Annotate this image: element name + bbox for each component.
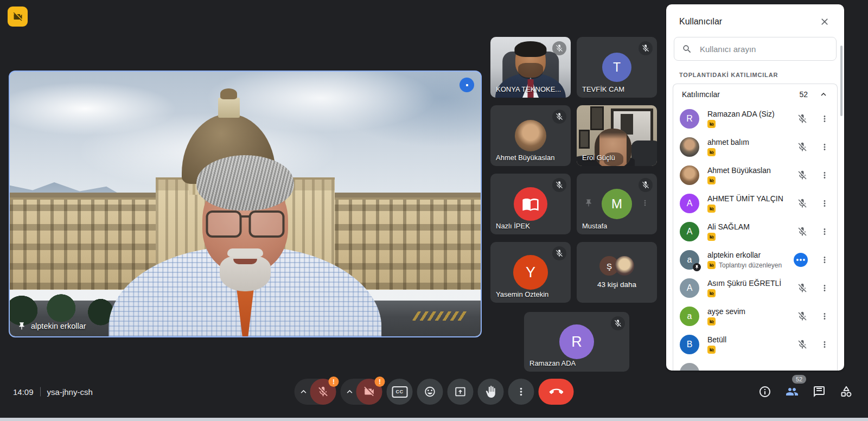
pin-icon[interactable] [584,199,593,207]
list-item-partial [673,359,837,371]
mic-muted-indicator [552,41,566,55]
camera-off-badge [707,205,716,213]
participant-row: aayşe sevim [673,302,837,330]
info-icon [758,385,771,398]
avatar: R [559,324,594,359]
video-tile[interactable]: MMustafa [577,174,657,234]
activities-button[interactable] [840,385,853,398]
mic-muted-indicator [611,316,625,330]
close-panel-button[interactable] [818,15,831,28]
participant-row: AAsım Şükrü EĞRETLİ [673,274,837,302]
camera-off-badge [707,233,716,241]
mic-muted-icon [797,226,808,237]
participants-group-header[interactable]: Katılımcılar 52 [673,84,837,105]
participant-more-button[interactable] [820,311,829,321]
avatar [515,120,546,151]
participant-more-button[interactable] [820,114,829,124]
tile-name-label: Erol Güçlü [582,154,615,162]
window-edge [0,418,868,421]
tile-name-label: Mustafa [582,222,607,230]
participant-name: Betüll [707,335,793,344]
meeting-info: 14:09 ysa-jhny-csh [13,387,93,397]
mic-muted-icon [555,112,564,121]
google-meet-window: alptekin erkollar KONYA TEKNOKE...TTEVFİ… [0,0,868,421]
more-vert-icon [820,227,829,237]
participant-name: Ramazan ADA (Siz) [707,110,793,118]
camera-toggle-button[interactable]: ! [356,379,382,405]
participants-group: Katılımcılar 52 RRamazan ADA (Siz)ahmet … [673,84,838,371]
mic-muted-icon [555,181,564,189]
participant-more-button[interactable] [820,340,829,349]
mic-muted-icon [797,170,808,181]
search-input[interactable] [699,44,828,54]
scrollbar-thumb[interactable] [840,46,843,116]
tile-name-label: Ramazan ADA [529,359,576,367]
present-button[interactable] [448,379,474,405]
mic-muted-icon [797,283,808,294]
camera-off-badge [707,148,716,156]
mic-control-group: ! [295,379,336,405]
participant-search[interactable] [674,37,837,61]
mic-muted-indicator [552,178,566,192]
mic-muted-icon [614,319,622,328]
raise-hand-button[interactable] [478,379,504,405]
more-vert-icon [820,170,829,180]
end-call-button[interactable] [539,379,574,405]
participant-row: ahmet balım [673,133,837,161]
main-video-tile[interactable]: alptekin erkollar [9,71,482,337]
avatar: A [680,194,699,213]
participant-more-button[interactable] [820,255,829,265]
mic-options-chevron[interactable] [298,386,309,397]
more-vert-icon [820,114,829,124]
video-tile[interactable]: Ahmet Büyükaslan [490,105,571,166]
more-vert-icon[interactable] [641,199,649,207]
video-tile[interactable]: KONYA TEKNOKE... [490,37,571,98]
participant-list: RRamazan ADA (Siz)ahmet balımAhmet Büyük… [673,105,837,371]
participant-row: BBetüll [673,330,837,359]
clock: 14:09 [13,387,34,397]
mic-muted-icon [317,386,329,398]
mic-muted-icon [797,113,808,124]
more-vert-icon [820,142,829,152]
camera-off-icon [709,122,714,127]
participant-more-button[interactable] [820,227,829,237]
mic-toggle-button[interactable]: ! [310,379,336,405]
avatar: B [680,335,699,354]
chat-button[interactable] [813,385,826,398]
book-icon [522,195,539,213]
panel-title: Kullanıcılar [679,17,722,27]
meeting-details-button[interactable] [758,385,771,398]
video-tile[interactable]: RRamazan ADA [524,312,629,372]
avatar: A [680,278,699,298]
reactions-button[interactable] [417,379,443,405]
show-participants-button[interactable]: 52 [786,385,799,398]
participant-row: AAHMET ÜMİT YALÇIN [673,189,837,218]
participant-count: 52 [799,90,808,99]
participant-more-button[interactable] [820,199,829,208]
avatar [615,256,634,276]
video-tile[interactable]: TTEVFİK CAM [577,37,657,98]
audio-activity-indicator [794,253,808,267]
audio-activity-indicator[interactable] [459,78,474,92]
camera-options-chevron[interactable] [344,386,355,397]
video-tile[interactable]: Erol Güçlü [577,105,657,166]
video-tile[interactable]: YYasemin Oztekin [490,242,571,303]
group-label: Katılımcılar [682,90,799,99]
video-tile[interactable]: Ş43 kişi daha [577,242,657,303]
participant-more-button[interactable] [820,170,829,180]
pin-icon [17,322,26,330]
camera-off-badge [707,289,716,297]
pin-icon [694,265,699,270]
mic-muted-icon [555,249,564,258]
video-tile[interactable]: Nazlı İPEK [490,174,571,234]
collapse-button[interactable] [819,90,828,99]
more-options-button[interactable] [508,379,534,405]
participant-more-button[interactable] [820,283,829,293]
avatar [680,165,699,185]
participants-panel: Kullanıcılar TOPLANTIDAKİ KATILIMCILAR K… [666,4,844,371]
captions-button[interactable]: CC [387,379,413,405]
participant-row: Ahmet Büyükaslan [673,161,837,189]
mic-muted-icon [797,198,808,209]
mic-muted-indicator [552,110,566,124]
participant-more-button[interactable] [820,142,829,152]
